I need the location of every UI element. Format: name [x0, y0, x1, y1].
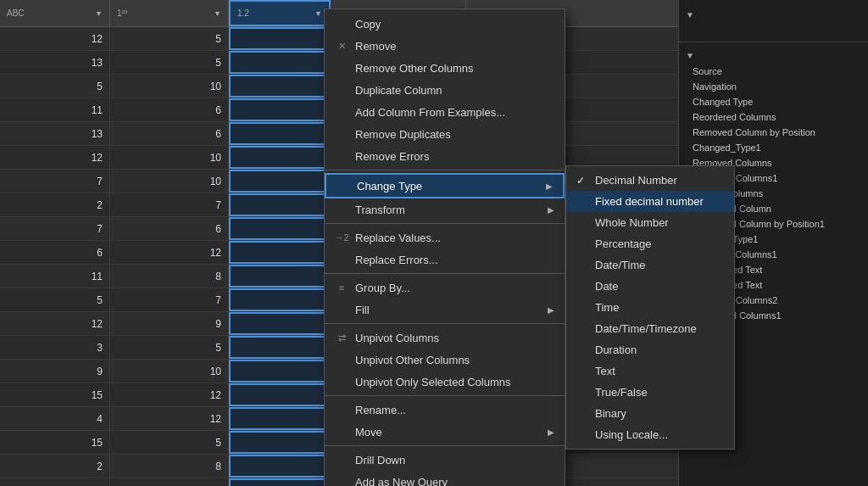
changetype-item-truefalse[interactable]: True/False [566, 382, 734, 403]
menu-item-unpivot_other[interactable]: Unpivot Other Columns [325, 349, 565, 371]
step-item[interactable]: Changed Type [679, 94, 868, 109]
menu-item-replace_values[interactable]: →2Replace Values... [325, 226, 565, 249]
table-cell: 7 [0, 217, 110, 240]
col-header-description[interactable]: ABC ▼ [0, 0, 110, 26]
table-cell [229, 288, 331, 311]
changetype-item-datetime[interactable]: Date/Time [566, 254, 734, 276]
menu-item-replace_errors[interactable]: Replace Errors... [325, 249, 565, 271]
changetype-item-fixed_decimal[interactable]: Fixed decimal number [566, 191, 734, 212]
menu-item-fill[interactable]: Fill▶ [325, 299, 565, 321]
menu-label-group_by: Group By... [355, 282, 410, 294]
menu-separator [325, 273, 565, 274]
step-item[interactable]: Source [679, 64, 868, 79]
changetype-label-text: Text [595, 365, 615, 377]
changetype-label-decimal: Decimal Number [595, 174, 677, 187]
menu-item-change_type[interactable]: Change Type▶ [325, 173, 565, 198]
menu-separator [325, 170, 565, 170]
changetype-item-percentage[interactable]: Percentage [566, 233, 734, 254]
num-icon-order: 1²³ [117, 8, 127, 18]
menu-label-copy: Copy [355, 18, 381, 31]
table-cell [229, 146, 331, 169]
step-item[interactable]: Reordered Columns [679, 109, 868, 125]
changetype-item-text[interactable]: Text [566, 360, 734, 382]
changetype-item-whole[interactable]: Whole Number [566, 212, 734, 233]
table-cell [229, 51, 331, 74]
col-header-order[interactable]: 1²³ ▼ [110, 0, 229, 26]
changetype-item-datetime_tz[interactable]: Date/Time/Timezone [566, 318, 734, 339]
menu-item-unpivot_selected[interactable]: Unpivot Only Selected Columns [325, 371, 565, 393]
menu-label-unpivot_selected: Unpivot Only Selected Columns [355, 376, 511, 388]
menu-item-remove[interactable]: ✕Remove [325, 35, 565, 57]
table-cell: 10 [110, 75, 229, 98]
table-cell: 13 [0, 122, 110, 145]
table-cell: 11 [0, 98, 110, 121]
menu-item-rename[interactable]: Rename... [325, 399, 565, 421]
menu-item-group_by[interactable]: ≡Group By... [325, 277, 565, 299]
dropdown-arrow-description[interactable]: ▼ [95, 9, 103, 18]
menu-icon-replace_values: →2 [335, 231, 348, 244]
menu-icon-add_new_query [335, 475, 348, 486]
menu-icon-fill [335, 303, 348, 316]
menu-icon-copy [335, 17, 348, 31]
table-cell: 6 [0, 241, 110, 264]
menu-label-unpivot_other: Unpivot Other Columns [355, 354, 470, 366]
table-cell: 5 [0, 75, 110, 98]
menu-separator [325, 323, 565, 324]
applied-steps-title: ▼ [679, 47, 868, 64]
name-value [679, 26, 868, 33]
changetype-item-using_locale[interactable]: Using Locale... [566, 424, 734, 445]
menu-label-drill_down: Drill Down [355, 454, 405, 466]
menu-item-remove_errors[interactable]: Remove Errors [325, 145, 565, 167]
menu-label-add_from_examples: Add Column From Examples... [355, 106, 505, 119]
menu-item-unpivot[interactable]: ⇄Unpivot Columns [325, 327, 565, 349]
menu-item-drill_down[interactable]: Drill Down [325, 449, 565, 471]
table-cell: 7 [110, 288, 229, 311]
step-item[interactable]: Changed_Type1 [679, 140, 868, 155]
step-item[interactable]: Navigation [679, 79, 868, 94]
menu-item-add_new_query[interactable]: Add as New Query [325, 471, 565, 486]
changetype-label-time: Time [595, 301, 619, 314]
changetype-item-date[interactable]: Date [566, 276, 734, 297]
col-header-unit[interactable]: 1.2 ▼ [229, 0, 331, 26]
table-cell: 5 [110, 431, 229, 454]
menu-icon-unpivot_other [335, 353, 348, 366]
menu-item-remove_other[interactable]: Remove Other Columns [325, 57, 565, 79]
table-cell: 7 [0, 170, 110, 193]
table-cell: 5 [0, 288, 110, 311]
dropdown-arrow-order[interactable]: ▼ [214, 9, 221, 18]
dropdown-arrow-unit[interactable]: ▼ [314, 9, 322, 18]
all-properties-link[interactable] [679, 33, 868, 36]
table-cell [229, 407, 331, 430]
table-cell: 2 [0, 193, 110, 216]
table-cell [229, 217, 331, 240]
menu-separator [325, 395, 565, 396]
changetype-submenu: ✓Decimal NumberFixed decimal numberWhole… [565, 165, 735, 450]
table-cell [229, 478, 331, 486]
abc-icon: ABC [7, 8, 25, 18]
table-cell: 10 [110, 170, 229, 193]
changetype-item-decimal[interactable]: ✓Decimal Number [566, 170, 734, 191]
changetype-item-duration[interactable]: Duration [566, 339, 734, 360]
table-cell: 9 [0, 360, 110, 383]
changetype-item-time[interactable]: Time [566, 297, 734, 318]
menu-item-add_from_examples[interactable]: Add Column From Examples... [325, 101, 565, 123]
menu-label-rename: Rename... [355, 404, 406, 416]
table-cell: 2 [0, 455, 110, 478]
menu-item-remove_duplicates[interactable]: Remove Duplicates [325, 123, 565, 145]
changetype-label-using_locale: Using Locale... [595, 428, 668, 441]
menu-icon-replace_errors [335, 253, 348, 266]
changetype-item-binary[interactable]: Binary [566, 403, 734, 424]
menu-label-transform: Transform [355, 204, 405, 216]
menu-icon-remove: ✕ [335, 39, 348, 53]
table-cell: 15 [0, 383, 110, 406]
menu-item-copy[interactable]: Copy [325, 13, 565, 35]
submenu-arrow-transform: ▶ [548, 205, 554, 215]
step-item[interactable]: Removed Column by Position [679, 125, 868, 140]
menu-item-duplicate[interactable]: Duplicate Column [325, 79, 565, 101]
table-cell: 6 [110, 98, 229, 121]
menu-item-move[interactable]: Move▶ [325, 421, 565, 443]
check-icon-decimal: ✓ [576, 175, 588, 187]
menu-item-transform[interactable]: Transform▶ [325, 198, 565, 221]
table-cell: 5 [110, 336, 229, 359]
menu-icon-move [335, 425, 348, 439]
